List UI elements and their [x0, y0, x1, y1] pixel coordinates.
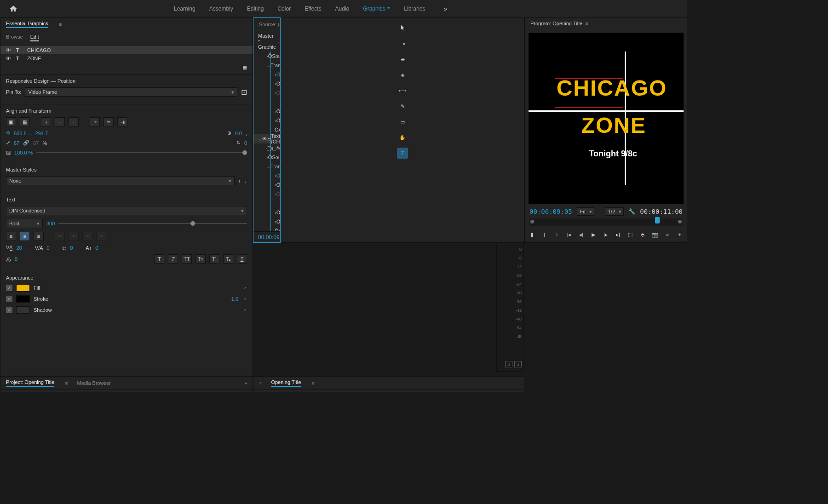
- go-to-in-button[interactable]: |◂: [566, 230, 572, 239]
- twirl-icon[interactable]: ⌄: [258, 136, 262, 142]
- justify-center-button[interactable]: ≣: [69, 232, 79, 241]
- button-editor-button[interactable]: +: [677, 230, 683, 239]
- eye-icon[interactable]: 👁: [6, 56, 12, 61]
- workspace-libraries[interactable]: Libraries: [404, 6, 425, 12]
- eg-layer-chicago[interactable]: 👁TCHICAGO: [0, 46, 253, 54]
- push-style-icon[interactable]: ↑: [238, 178, 241, 183]
- rectangle-tool[interactable]: ▭: [397, 116, 408, 127]
- tab-project[interactable]: Project: Opening Title: [6, 379, 54, 387]
- subtitle-text[interactable]: Tonight 9/8c: [589, 149, 637, 159]
- eye-icon[interactable]: 👁: [262, 136, 267, 142]
- add-marker-button[interactable]: ▮: [529, 230, 535, 239]
- align-vcenter-button[interactable]: ⫢: [104, 117, 114, 126]
- eye-icon[interactable]: 👁: [6, 47, 12, 53]
- link-icon[interactable]: 🔗: [23, 140, 29, 146]
- mark-out-button[interactable]: }: [554, 230, 560, 239]
- align-top-button[interactable]: ⫡: [90, 117, 100, 126]
- eyedropper-icon[interactable]: ⟋: [242, 307, 247, 313]
- tab-media-browser[interactable]: Media Browser: [77, 380, 111, 386]
- twirl-icon[interactable]: ⌄: [266, 164, 270, 170]
- go-to-out-button[interactable]: ▸|: [615, 230, 621, 239]
- workspace-graphics[interactable]: Graphics≡: [363, 6, 390, 12]
- align-right-text-button[interactable]: ≡: [34, 232, 44, 241]
- align-hcenter-button[interactable]: ⫟: [55, 117, 65, 126]
- opacity-slider[interactable]: [36, 152, 247, 153]
- align-to-selection-button[interactable]: ▦: [20, 117, 30, 126]
- pen-tool[interactable]: ✎: [397, 101, 408, 112]
- solo-left-button[interactable]: S: [505, 361, 512, 367]
- panel-menu-icon[interactable]: ≡: [585, 21, 588, 26]
- track-select-tool[interactable]: ⇥: [397, 38, 408, 49]
- workspace-learning[interactable]: Learning: [174, 6, 196, 12]
- eg-scale[interactable]: 67: [14, 140, 19, 146]
- ec-master-label[interactable]: Master * Graphic: [258, 33, 276, 50]
- justify-left-button[interactable]: ≣: [55, 232, 65, 241]
- zoom-dropdown[interactable]: Fit: [577, 207, 594, 216]
- stopwatch-icon[interactable]: Ò: [276, 173, 280, 178]
- stroke-width[interactable]: 1.0: [231, 296, 238, 302]
- tracking-val[interactable]: 20: [17, 245, 22, 251]
- workspace-color[interactable]: Color: [277, 6, 291, 12]
- type-tool[interactable]: T: [397, 148, 408, 159]
- twirl-icon[interactable]: ⌄: [266, 63, 270, 69]
- pull-style-icon[interactable]: ↓: [245, 178, 247, 183]
- title-text-zone[interactable]: ZONE: [581, 113, 646, 138]
- extract-button[interactable]: ⬘: [639, 230, 645, 239]
- eg-pos-y[interactable]: 294.7: [35, 131, 48, 136]
- ec-playhead[interactable]: [270, 52, 271, 231]
- eg-pos-x[interactable]: 506.6: [14, 131, 27, 136]
- align-right-button[interactable]: ⫠: [69, 117, 79, 126]
- align-bottom-button[interactable]: ⫣: [117, 117, 127, 126]
- baseline-val[interactable]: 0: [95, 245, 98, 251]
- panel-menu-icon[interactable]: ≡: [311, 380, 314, 386]
- hand-tool[interactable]: ✋: [397, 132, 408, 143]
- eyedropper-icon[interactable]: ⟋: [242, 285, 247, 291]
- eg-opacity[interactable]: 100.0 %: [14, 150, 33, 155]
- program-viewer[interactable]: CHICAGO ZONE Tonight 9/8c: [529, 33, 684, 204]
- eg-panel-title[interactable]: Essential Graphics: [6, 21, 48, 28]
- font-size-slider[interactable]: [58, 223, 247, 224]
- step-forward-button[interactable]: |▸: [603, 230, 609, 239]
- text-layer-name[interactable]: Text (CHICAGO): [271, 133, 280, 144]
- slip-tool[interactable]: ⟷: [397, 85, 408, 96]
- faux-bold-button[interactable]: T: [154, 254, 164, 263]
- stopwatch-icon[interactable]: Ò: [276, 72, 280, 77]
- selection-tool[interactable]: [397, 23, 408, 34]
- pin-widget-icon[interactable]: ⊡: [241, 88, 247, 97]
- step-back-button[interactable]: ◂|: [578, 230, 584, 239]
- justify-right-button[interactable]: ≣: [82, 232, 92, 241]
- align-center-text-button[interactable]: ≡: [20, 232, 30, 241]
- font-size[interactable]: 300: [46, 221, 55, 226]
- mark-in-button[interactable]: {: [542, 230, 548, 239]
- stopwatch-icon[interactable]: Ò: [276, 109, 280, 114]
- settings-icon[interactable]: 🔧: [628, 208, 635, 215]
- panel-menu-icon[interactable]: ≡: [59, 22, 62, 27]
- play-button[interactable]: ▶: [591, 230, 597, 239]
- stopwatch-icon[interactable]: Ò: [275, 228, 279, 231]
- align-left-button[interactable]: ⫞: [41, 117, 51, 126]
- small-caps-button[interactable]: Tᴛ: [196, 254, 206, 263]
- kerning-val[interactable]: 0: [47, 245, 50, 251]
- razor-tool[interactable]: ◈: [397, 69, 408, 80]
- title-text-chicago[interactable]: CHICAGO: [557, 75, 667, 101]
- eg-anchor-x[interactable]: 0.0: [235, 131, 242, 136]
- tabs-overflow-icon[interactable]: »: [244, 380, 247, 386]
- ripple-edit-tool[interactable]: ⇹: [397, 54, 408, 65]
- workspace-menu-icon[interactable]: ≡: [387, 6, 390, 12]
- home-icon[interactable]: [9, 5, 17, 13]
- lift-button[interactable]: ⬚: [627, 230, 633, 239]
- stopwatch-icon[interactable]: Ò: [276, 81, 280, 86]
- stopwatch-icon[interactable]: Ò: [276, 210, 280, 215]
- workspace-editing[interactable]: Editing: [247, 6, 264, 12]
- overflow-icon[interactable]: »: [665, 230, 671, 239]
- workspace-assembly[interactable]: Assembly: [209, 6, 233, 12]
- shadow-swatch[interactable]: [16, 306, 30, 314]
- program-current-time[interactable]: 00:00:09:05: [529, 208, 572, 215]
- shadow-checkbox[interactable]: ✓: [6, 307, 12, 313]
- stopwatch-icon[interactable]: Ò: [276, 182, 280, 188]
- pen-mask-icon[interactable]: ✎: [276, 145, 280, 151]
- subscript-button[interactable]: T₁: [223, 254, 233, 263]
- program-scrubber[interactable]: [529, 218, 683, 226]
- justify-all-button[interactable]: ≣: [96, 232, 106, 241]
- eg-tab-edit[interactable]: Edit: [30, 34, 39, 41]
